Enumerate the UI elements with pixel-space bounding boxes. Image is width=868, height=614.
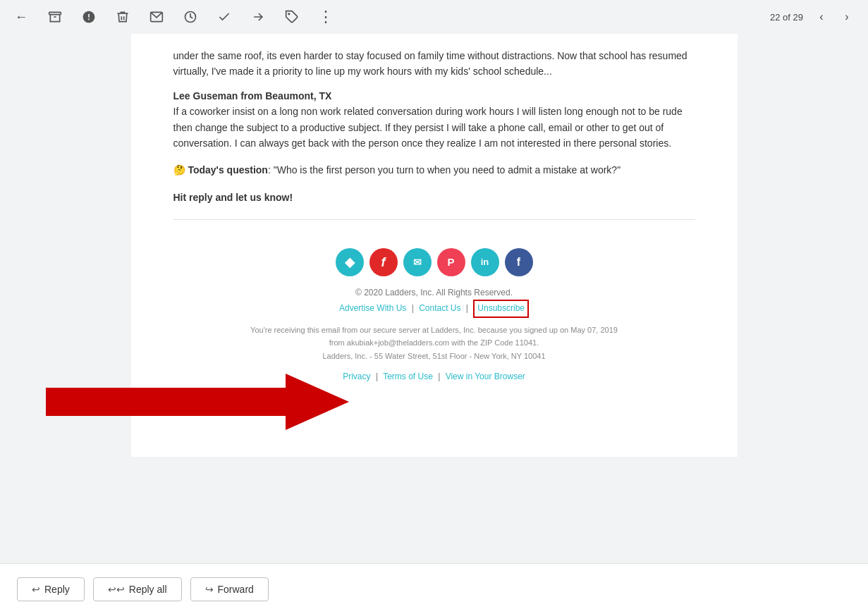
- toolbar-actions: ← ⋮: [11, 7, 336, 27]
- question-emoji: 🤔: [173, 164, 185, 176]
- view-browser-link[interactable]: View in Your Browser: [446, 372, 525, 381]
- contact-link[interactable]: Contact Us: [419, 303, 460, 313]
- unsubscribe-highlight: Unsubscribe: [473, 300, 529, 317]
- facebook-social-icon[interactable]: f: [505, 248, 533, 276]
- author-text: If a coworker insist on a long non work …: [173, 106, 683, 149]
- forward-icon: ↪: [205, 584, 214, 595]
- pocket-social-icon[interactable]: P: [437, 248, 465, 276]
- email-body: under the same roof, its even harder to …: [131, 34, 738, 457]
- nav-next-button[interactable]: ›: [837, 7, 857, 27]
- back-icon[interactable]: ←: [11, 7, 31, 27]
- report-spam-icon[interactable]: [79, 7, 99, 27]
- delete-icon[interactable]: [113, 7, 133, 27]
- copyright-text: © 2020 Ladders, Inc. All Rights Reserved…: [355, 288, 513, 297]
- divider: [173, 219, 695, 220]
- privacy-link[interactable]: Privacy: [343, 372, 370, 381]
- reply-all-icon: ↩↩: [108, 584, 125, 595]
- reply-label: Reply: [44, 584, 70, 595]
- footer-info-line2: from akubiak+job@theladders.com with the…: [329, 338, 539, 347]
- flipboard-social-icon[interactable]: f: [369, 248, 398, 276]
- svg-rect-0: [49, 12, 61, 14]
- linkedin-social-icon[interactable]: in: [471, 248, 499, 276]
- separator-3: |: [376, 372, 378, 381]
- footer-info: You're receiving this email from our sec…: [202, 324, 667, 363]
- email-wrapper: under the same roof, its even harder to …: [0, 34, 868, 563]
- email-footer: ◆ f ✉ P in f © 2020 Ladders, Inc. All Ri…: [173, 234, 695, 405]
- mark-unread-icon[interactable]: [147, 7, 166, 27]
- nav-prev-button[interactable]: ‹: [812, 7, 831, 27]
- reply-button[interactable]: ↩ Reply: [17, 577, 85, 601]
- terms-link[interactable]: Terms of Use: [383, 372, 433, 381]
- email-social-icon[interactable]: ✉: [403, 248, 432, 276]
- footer-bottom-links: Privacy | Terms of Use | View in Your Br…: [202, 370, 667, 383]
- question-text: : "Who is the first person you turn to w…: [268, 164, 621, 176]
- more-menu-icon[interactable]: ⋮: [316, 7, 336, 27]
- move-to-icon[interactable]: [248, 7, 268, 27]
- archive-icon[interactable]: [45, 7, 65, 27]
- email-content: under the same roof, its even harder to …: [131, 34, 738, 433]
- reply-all-button[interactable]: ↩↩ Reply all: [93, 577, 182, 601]
- separator-2: |: [466, 303, 468, 313]
- separator-1: |: [412, 303, 414, 313]
- bottom-bar: ↩ Reply ↩↩ Reply all ↪ Forward: [0, 563, 868, 614]
- social-icons: ◆ f ✉ P in f: [202, 248, 667, 276]
- nav-count: 22 of 29: [770, 12, 803, 23]
- separator-4: |: [438, 372, 440, 381]
- hit-reply-text: Hit reply and let us know!: [173, 190, 695, 205]
- email-body-text-1: under the same roof, its even harder to …: [173, 48, 695, 80]
- author-block: Lee Guseman from Beaumont, TX If a cowor…: [173, 88, 695, 152]
- advertise-link[interactable]: Advertise With Us: [339, 303, 406, 313]
- footer-info-line1: You're receiving this email from our sec…: [250, 326, 618, 334]
- forward-label: Forward: [218, 584, 254, 595]
- toolbar: ← ⋮ 22 of 29 ‹ ›: [0, 0, 868, 34]
- reply-icon: ↩: [32, 584, 40, 595]
- footer-top-links: © 2020 Ladders, Inc. All Rights Reserved…: [202, 286, 667, 317]
- mark-done-icon[interactable]: [214, 7, 234, 27]
- question-bold: Today's question: [188, 164, 268, 176]
- svg-point-3: [288, 13, 290, 15]
- footer-info-line3: Ladders, Inc. - 55 Water Street, 51st Fl…: [322, 352, 545, 360]
- author-name: Lee Guseman from Beaumont, TX: [173, 90, 332, 102]
- reply-all-label: Reply all: [129, 584, 167, 595]
- rss-social-icon[interactable]: ◆: [336, 248, 364, 276]
- label-icon[interactable]: [282, 7, 302, 27]
- snooze-icon[interactable]: [181, 7, 200, 27]
- toolbar-nav: 22 of 29 ‹ ›: [770, 7, 857, 27]
- unsubscribe-link[interactable]: Unsubscribe: [477, 303, 525, 313]
- forward-button[interactable]: ↪ Forward: [190, 577, 269, 601]
- question-block: 🤔 Today's question: "Who is the first pe…: [173, 162, 695, 178]
